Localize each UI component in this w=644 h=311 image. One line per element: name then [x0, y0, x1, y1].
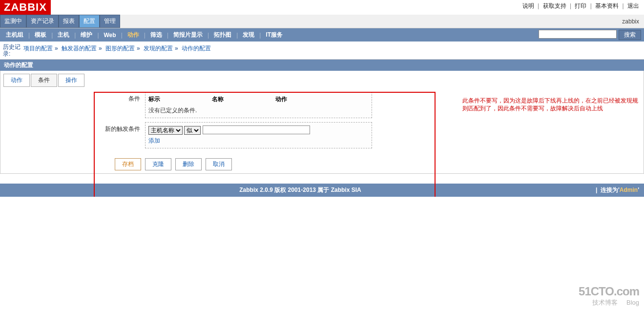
cond-header-name: 名称: [212, 95, 275, 104]
snav-itservices[interactable]: IT服务: [263, 30, 286, 40]
condition-label: 条件: [3, 92, 145, 118]
new-condition-label: 新的触发条件: [3, 122, 145, 148]
print-link[interactable]: 打印: [575, 2, 586, 9]
tab-operations[interactable]: 操作: [58, 74, 84, 87]
footer-user: | 连接为'Admin': [596, 186, 639, 194]
search-button[interactable]: 搜索: [619, 30, 641, 40]
condition-operator-select[interactable]: 似: [184, 126, 201, 135]
snav-maps[interactable]: 拓扑图: [211, 30, 234, 40]
tab-action[interactable]: 动作: [3, 74, 30, 87]
cond-header-mark: 标示: [148, 95, 212, 104]
add-condition-link[interactable]: 添加: [148, 137, 160, 145]
tabs: 动作 条件 操作: [3, 74, 641, 87]
footer: Zabbix 2.0.9 版权 2001-2013 属于 Zabbix SIA …: [0, 184, 644, 197]
nav-administration[interactable]: 管理: [100, 15, 120, 28]
save-button[interactable]: 存档: [115, 158, 141, 170]
condition-value-input[interactable]: [203, 125, 310, 134]
conditions-panel: 标示 名称 动作 没有已定义的条件.: [145, 92, 372, 118]
snav-discovery[interactable]: 发现: [240, 30, 257, 40]
search-input[interactable]: [539, 30, 617, 39]
breadcrumb: 项目的配置» 触发器的配置» 图形的配置» 发现的配置» 动作的配置: [23, 43, 211, 53]
nav-inventory[interactable]: 资产记录: [26, 15, 59, 28]
nav-monitoring[interactable]: 监测中: [0, 15, 26, 28]
main-nav: 监测中 资产记录 报表 配置 管理: [0, 15, 120, 28]
support-link[interactable]: 获取支持: [543, 2, 566, 9]
nav-configuration[interactable]: 配置: [79, 15, 100, 28]
conditions-empty-text: 没有已定义的条件.: [148, 106, 369, 115]
sub-nav: 主机组| 模板| 主机| 维护| Web| 动作| 筛选| 简报片显示| 拓扑图…: [3, 30, 286, 40]
snav-screens[interactable]: 筛选: [147, 30, 165, 40]
condition-type-select[interactable]: 主机名称: [148, 126, 183, 135]
footer-copyright: Zabbix 2.0.9 版权 2001-2013 属于 Zabbix SIA: [5, 186, 596, 194]
nav-reports[interactable]: 报表: [59, 15, 79, 28]
logo[interactable]: ZABBIX: [0, 0, 51, 15]
profile-link[interactable]: 基本资料: [595, 2, 619, 9]
clone-button[interactable]: 克隆: [145, 158, 171, 170]
bc-item-4[interactable]: 动作的配置: [182, 45, 211, 52]
tab-conditions[interactable]: 条件: [31, 74, 57, 87]
history-label: 历史记录:: [3, 43, 23, 57]
snav-hosts[interactable]: 主机: [55, 30, 72, 40]
help-link[interactable]: 说明: [522, 2, 534, 9]
snav-actions[interactable]: 动作: [125, 30, 142, 40]
delete-button[interactable]: 删除: [175, 158, 202, 170]
user-label: zabbix: [617, 16, 644, 27]
snav-web[interactable]: Web: [101, 31, 119, 40]
cancel-button[interactable]: 取消: [206, 158, 232, 170]
annotation-text: 此条件不要写，因为这是故障后下线再上线的，在之前已经被发现规则匹配到了，因此条件…: [462, 97, 643, 112]
snav-templates[interactable]: 模板: [32, 30, 49, 40]
bc-item-0[interactable]: 项目的配置: [23, 45, 53, 52]
snav-slideshows[interactable]: 简报片显示: [170, 30, 206, 40]
new-condition-panel: 主机名称 似 添加: [145, 122, 372, 148]
snav-maintenance[interactable]: 维护: [78, 30, 95, 40]
bc-item-3[interactable]: 发现的配置: [144, 45, 173, 52]
bc-item-1[interactable]: 触发器的配置: [62, 45, 97, 52]
bc-item-2[interactable]: 图形的配置: [105, 45, 135, 52]
section-header: 动作的配置: [0, 60, 644, 71]
top-links: 说明 | 获取支持 | 打印 | 基本资料 | 退出: [518, 0, 644, 12]
snav-hostgroups[interactable]: 主机组: [3, 30, 26, 40]
logout-link[interactable]: 退出: [627, 2, 639, 9]
cond-header-action: 动作: [275, 95, 287, 104]
